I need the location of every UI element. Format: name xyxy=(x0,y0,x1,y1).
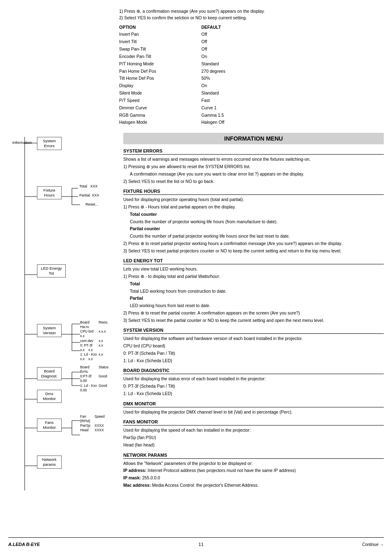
fm-line2: PwrSp (fan PSU) xyxy=(123,435,384,441)
default-encoder: On xyxy=(201,53,284,60)
option-invert-tilt: Invert Tilt xyxy=(119,38,201,46)
fh-line4: Counts the number of partial projector w… xyxy=(123,233,384,240)
system-version-title: SYSTEM VERSION xyxy=(123,328,384,334)
option-dimmer: Dimmer Curve xyxy=(119,104,201,112)
fixture-hours-node: FixtureHours xyxy=(37,186,62,199)
default-pt-homing: Standard xyxy=(201,60,284,68)
option-halogen: Halogen Mode xyxy=(119,119,201,126)
le-line6: 3) Select YES to reset the partial count… xyxy=(123,317,384,324)
fh-line5: 2) Press ⊛ to reset partial projector wo… xyxy=(123,240,384,247)
sv-line4: 1: Ld - Kxx (Scheda LED) xyxy=(123,358,384,364)
se-line1: Shows a list of warnings and messages re… xyxy=(123,156,384,163)
info-menu-header: INFORMATION MENU xyxy=(123,133,384,144)
footer-continue: Continue → xyxy=(362,542,384,547)
fans-data: FanSpeed (RPM) PwrSpXXXX HeadXXXX xyxy=(80,414,115,432)
default-halogen: Halogen Off xyxy=(201,119,284,126)
dmx-monitor-title: DMX MONITOR xyxy=(123,401,384,407)
page-container: 1) Press ⊛, a confirmation message (Are … xyxy=(0,0,392,555)
root-label: Information xyxy=(12,140,32,145)
default-swap-pan-tilt: Off xyxy=(201,46,284,53)
default-display: On xyxy=(201,82,284,90)
option-encoder: Encoder Pan-Tilt xyxy=(119,53,201,60)
left-diagram: Information SystemErrors FixtureHours To… xyxy=(8,133,119,503)
fixture-partial: Partial XXX xyxy=(79,193,99,197)
intro-line1: 1) Press ⊛, a confirmation message (Are … xyxy=(119,8,384,15)
fans-monitor-node: FansMonitor xyxy=(37,419,62,432)
bd-line3: 1: Ld - Kxx (Scheda LED) xyxy=(123,391,384,397)
main-area: Information SystemErrors FixtureHours To… xyxy=(8,133,384,503)
board-diagnostic-body: Used for displaying the status error of … xyxy=(123,376,384,397)
network-params-node: Networkparams xyxy=(37,456,62,469)
fh-bold2: Partial counter xyxy=(123,226,384,232)
option-pt-homing: P/T Homing Mode xyxy=(119,60,201,68)
fixture-hours-title: FIXTURE HOURS xyxy=(123,189,384,195)
system-version-body: Used for displaying the software and har… xyxy=(123,335,384,364)
right-content: INFORMATION MENU SYSTEM ERRORS Shows a l… xyxy=(119,133,384,503)
system-errors-title: SYSTEM ERRORS xyxy=(123,148,384,155)
fans-monitor-body: Used for displaying the speed of each fa… xyxy=(123,427,384,448)
dmx-monitor-body: Used for displaying the projector DMX ch… xyxy=(123,409,384,416)
board-diagnost-node: BoardDiagnost. xyxy=(37,367,62,380)
option-pt-speed: P/T Speed xyxy=(119,97,201,104)
led-energy-node: LED EnergyTot xyxy=(37,264,66,278)
fm-line1: Used for displaying the speed of each fa… xyxy=(123,427,384,434)
default-rgb: Gamma 1.5 xyxy=(201,112,284,119)
page-footer: A.LEDA B-EYE 11 Continue → xyxy=(8,537,384,547)
network-params-body: Allows the "Network" parameters of the p… xyxy=(123,460,384,489)
options-table: OPTION DEFAULT Invert PanOff Invert Tilt… xyxy=(119,24,384,127)
footer-brand: A.LEDA B-EYE xyxy=(8,542,40,547)
le-line4: LED working hours from last reset to dat… xyxy=(123,303,384,309)
system-errors-body: Shows a list of warnings and messages re… xyxy=(123,156,384,185)
sv-line2: CPU brd (CPU board) xyxy=(123,343,384,349)
default-dimmer: Curve 1 xyxy=(201,104,284,112)
default-invert-tilt: Off xyxy=(201,38,284,46)
diagram-wrap: Information SystemErrors FixtureHours To… xyxy=(12,133,115,503)
np-line2: IP address: Internet Protocol address (t… xyxy=(123,467,384,474)
default-pan-home: 270 degrees xyxy=(201,68,284,75)
intro-line2: 2) Select YES to confirm the selction or… xyxy=(119,15,384,21)
network-params-title: NETWORK PARAMS xyxy=(123,453,384,459)
se-line4: 2) Select YES to reset the list or NO to… xyxy=(123,178,384,185)
np-line4: Mac address: Media Access Control: the p… xyxy=(123,482,384,489)
led-energy-title: LED ENERGY TOT xyxy=(123,258,384,264)
fixture-reset: Reset... xyxy=(85,202,98,206)
fh-line3: Counts the number of projector working l… xyxy=(123,219,384,225)
option-tilt-home: Tilt Home Def Pos xyxy=(119,75,201,82)
fh-bold1: Total counter xyxy=(123,211,384,218)
top-section: 1) Press ⊛, a confirmation message (Are … xyxy=(8,8,384,126)
option-col-header: OPTION xyxy=(119,24,201,31)
np-line3: IP mask: 255.0.0.0 xyxy=(123,475,384,481)
option-silent: Silent Mode xyxy=(119,90,201,97)
le-line3: Total LED working hours from constructio… xyxy=(123,288,384,295)
fh-line6: 3) Select YES to reset partial projector… xyxy=(123,248,384,254)
default-col-header: DEFAULT xyxy=(201,24,284,31)
fixture-hours-body: Used for displaying projector operating … xyxy=(123,197,384,254)
bd-line1: Used for displaying the status error of … xyxy=(123,376,384,382)
bd-line2: 0: PT-3f (Scheda Pan / Tilt) xyxy=(123,383,384,390)
sv-board-header: BoardRevis.Hw.rv. CPU brdx.x.xx.x com.de… xyxy=(80,320,115,361)
default-pt-speed: Fast xyxy=(201,97,284,104)
sv-line3: 0: PT-3f (Scheda Pan / Tilt) xyxy=(123,350,384,357)
fixture-total: Total XXX xyxy=(79,184,98,188)
sv-line1: Used for displaying the software and har… xyxy=(123,335,384,342)
le-line1: Lets you view total LED working hours. xyxy=(123,266,384,273)
footer-page: 11 xyxy=(198,542,203,547)
default-silent: Standard xyxy=(201,90,284,97)
dmx-monitor-node: DmxMonitor xyxy=(37,390,62,403)
fh-line1: Used for displaying projector operating … xyxy=(123,197,384,203)
default-tilt-home: 50% xyxy=(201,75,284,82)
le-line2: 1) Press ⊛ - to display total and partia… xyxy=(123,273,384,280)
option-swap-pan-tilt: Swap Pan-Tilt xyxy=(119,46,201,53)
fm-line3: Head (fan head) xyxy=(123,442,384,449)
tree-svg xyxy=(12,133,115,503)
default-invert-pan: Off xyxy=(201,31,284,38)
se-line2: 1) Pressing ⊛ you are allowed to reset t… xyxy=(123,164,384,170)
led-energy-body: Lets you view total LED working hours. 1… xyxy=(123,266,384,324)
option-rgb: RGB Gamma xyxy=(119,112,201,119)
intro-text: 1) Press ⊛, a confirmation message (Are … xyxy=(119,8,384,21)
option-display: Display xyxy=(119,82,201,90)
option-invert-pan: Invert Pan xyxy=(119,31,201,38)
se-line3: A confirmation message (Are you sure you… xyxy=(123,171,384,178)
bd-data: BoardStatusErr% 0:PT-3fGood0.00 1: Ld - … xyxy=(80,365,115,392)
le-bold1: Total xyxy=(123,281,384,287)
